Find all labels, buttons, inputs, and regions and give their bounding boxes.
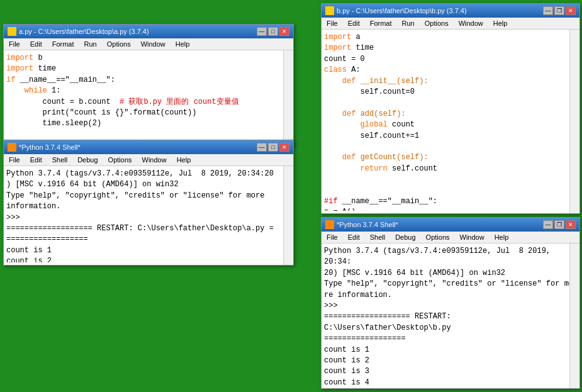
editor-b-title: b.py - C:\Users\father\Desktop\b.py (3.7… <box>337 7 467 14</box>
menu-shell-sb[interactable]: Shell <box>367 233 388 242</box>
menu-window-sa[interactable]: Window <box>140 155 169 164</box>
editor-b-code: import a import time count = 0 class A: … <box>324 32 577 211</box>
code-line: def __init__(self): <box>324 76 577 87</box>
editor-a-titlebar[interactable]: a.py - C:\Users\father\Desktop\a.py (3.7… <box>4 25 293 38</box>
shell-a-content[interactable]: Python 3.7.4 (tags/v3.7.4:e09359112e, Ju… <box>4 166 293 265</box>
shell-b-restore[interactable]: ❐ <box>554 220 564 229</box>
editor-b-close[interactable]: ✕ <box>566 6 576 15</box>
shell-separator: ================== <box>324 333 577 344</box>
shell-b-icon <box>325 220 334 229</box>
menu-window-a[interactable]: Window <box>138 40 168 48</box>
shell-b-close[interactable]: ✕ <box>566 220 576 229</box>
menu-help-a[interactable]: Help <box>173 40 193 48</box>
shell-output-line: count is 3 <box>324 366 577 377</box>
editor-a-maximize[interactable]: □ <box>268 27 278 36</box>
menu-options-sa[interactable]: Options <box>106 155 135 164</box>
editor-b-minimize[interactable]: — <box>543 6 553 15</box>
code-line: class A: <box>324 65 577 76</box>
shell-b-titlebar[interactable]: *Python 3.7.4 Shell* — ❐ ✕ <box>322 218 579 232</box>
menu-help-sb[interactable]: Help <box>492 233 512 242</box>
editor-a-window: a.py - C:\Users\father\Desktop\a.py (3.7… <box>3 24 294 147</box>
code-line <box>324 142 577 152</box>
menu-file-b[interactable]: File <box>324 19 340 28</box>
editor-a-code: import b import time if __name__=="__mai… <box>6 53 291 144</box>
menu-window-sb[interactable]: Window <box>457 233 487 242</box>
menu-file-sb[interactable]: File <box>324 233 340 242</box>
shell-separator: ================== <box>6 234 291 245</box>
menu-shell-sa[interactable]: Shell <box>50 155 70 164</box>
menu-format-b[interactable]: Format <box>367 19 395 28</box>
code-line: time.sleep(2) <box>6 118 291 129</box>
shell-prompt-line: >>> <box>324 301 577 311</box>
shell-a-menubar: File Edit Shell Debug Options Window Hel… <box>4 154 293 166</box>
shell-a-scrollbar[interactable] <box>283 166 293 265</box>
shell-b-content[interactable]: Python 3.7.4 (tags/v3.7.4:e09359112e, Ju… <box>322 244 579 388</box>
shell-b-title: *Python 3.7.4 Shell* <box>337 221 398 228</box>
code-line: count = b.count # 获取b.py 里面的 count变量值 <box>6 97 291 108</box>
shell-header-line: Type "help", "copyright", "credits" or "… <box>324 279 577 289</box>
editor-b-restore[interactable]: ❐ <box>554 6 564 15</box>
shell-a-window: *Python 3.7.4 Shell* — □ ✕ File Edit She… <box>3 140 294 266</box>
menu-help-b[interactable]: Help <box>491 19 510 28</box>
shell-header-line: ) [MSC v.1916 64 bit (AMD64)] on win32 <box>6 179 291 190</box>
menu-debug-sb[interactable]: Debug <box>393 233 418 242</box>
shell-header-line: re information. <box>324 290 577 301</box>
menu-run-a[interactable]: Run <box>82 40 99 48</box>
shell-b-menubar: File Edit Shell Debug Options Window Hel… <box>322 232 579 244</box>
menu-edit-sb[interactable]: Edit <box>345 233 362 242</box>
shell-a-icon <box>8 143 16 152</box>
shell-a-title: *Python 3.7.4 Shell* <box>19 143 81 151</box>
editor-b-titlebar[interactable]: b.py - C:\Users\father\Desktop\b.py (3.7… <box>322 4 579 18</box>
shell-a-title-group: *Python 3.7.4 Shell* <box>8 143 81 152</box>
code-line: s = A() <box>324 207 577 211</box>
editor-a-menubar: File Edit Format Run Options Window Help <box>4 38 293 50</box>
editor-a-close[interactable]: ✕ <box>279 27 289 36</box>
editor-b-controls: — ❐ ✕ <box>543 6 576 15</box>
editor-b-content[interactable]: import a import time count = 0 class A: … <box>322 30 579 213</box>
shell-output-line: count is 4 <box>324 378 577 386</box>
code-line: import time <box>6 64 291 74</box>
code-line: print("count is {}".format(count)) <box>6 108 291 118</box>
menu-window-b[interactable]: Window <box>456 19 486 28</box>
code-line: def getCount(self): <box>324 152 577 163</box>
editor-a-content[interactable]: import b import time if __name__=="__mai… <box>4 50 293 147</box>
code-line: import a <box>324 32 577 43</box>
code-line <box>324 98 577 108</box>
editor-a-minimize[interactable]: — <box>257 27 267 36</box>
shell-prompt-line: >>> <box>6 213 291 223</box>
menu-debug-sa[interactable]: Debug <box>75 155 100 164</box>
shell-a-titlebar[interactable]: *Python 3.7.4 Shell* — □ ✕ <box>4 140 293 154</box>
menu-edit-b[interactable]: Edit <box>345 19 362 28</box>
editor-a-scrollbar[interactable] <box>283 50 293 147</box>
code-line: #if __name__=="__main__": <box>324 196 577 207</box>
shell-b-window: *Python 3.7.4 Shell* — ❐ ✕ File Edit She… <box>321 217 580 389</box>
editor-b-scrollbar[interactable] <box>569 30 579 213</box>
menu-options-a[interactable]: Options <box>104 40 133 48</box>
menu-format-a[interactable]: Format <box>50 40 77 48</box>
menu-file-sa[interactable]: File <box>6 155 23 164</box>
shell-a-controls: — □ ✕ <box>257 143 289 152</box>
code-line <box>324 185 577 196</box>
shell-a-close[interactable]: ✕ <box>279 143 289 152</box>
menu-options-b[interactable]: Options <box>422 19 451 28</box>
menu-file-a[interactable]: File <box>6 40 23 48</box>
menu-edit-sa[interactable]: Edit <box>28 155 45 164</box>
shell-output-line: count is 2 <box>6 256 291 262</box>
menu-options-sb[interactable]: Options <box>423 233 452 242</box>
code-line: global count <box>324 120 577 130</box>
shell-a-maximize[interactable]: □ <box>268 143 278 152</box>
shell-b-minimize[interactable]: — <box>543 220 553 229</box>
menu-help-sa[interactable]: Help <box>174 155 194 164</box>
menu-run-b[interactable]: Run <box>400 19 417 28</box>
code-line: self.count=0 <box>324 87 577 98</box>
shell-restart-line: =================== RESTART: C:\Users\fa… <box>6 223 291 234</box>
editor-a-controls: — □ ✕ <box>257 27 289 36</box>
shell-b-scrollbar[interactable] <box>569 244 579 388</box>
code-line: if __name__=="__main__": <box>6 75 291 86</box>
code-line: import b <box>6 53 291 64</box>
menu-edit-a[interactable]: Edit <box>28 40 45 48</box>
shell-a-minimize[interactable]: — <box>257 143 267 152</box>
editor-b-menubar: File Edit Format Run Options Window Help <box>322 18 579 30</box>
code-line: return self.count <box>324 164 577 174</box>
shell-output-line: count is 2 <box>324 356 577 366</box>
